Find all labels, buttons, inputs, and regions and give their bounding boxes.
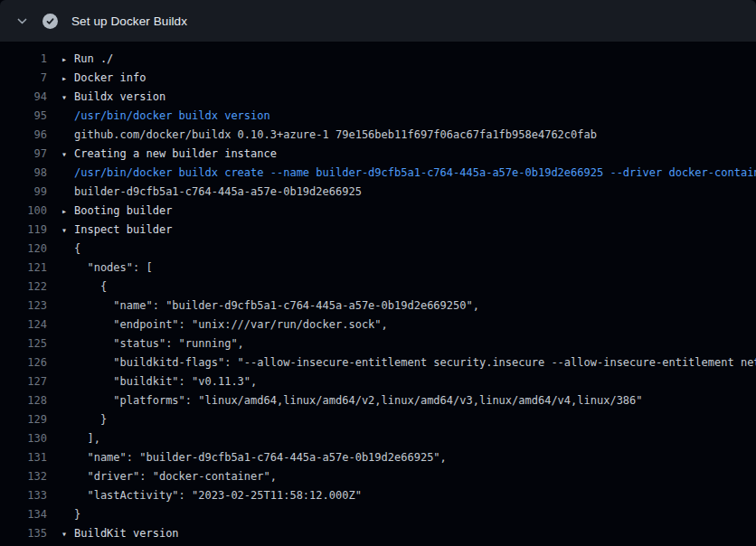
log-line: 124 "endpoint": "unix:///var/run/docker.… (0, 315, 756, 334)
log-line: 134} (0, 505, 756, 524)
line-number[interactable]: 125 (0, 334, 47, 353)
check-circle-icon (43, 14, 58, 29)
line-number[interactable]: 120 (0, 240, 47, 259)
line-number[interactable]: 135 (0, 524, 47, 543)
output-text: "lastActivity": "2023-02-25T11:58:12.000… (61, 486, 362, 505)
line-number[interactable]: 131 (0, 448, 47, 467)
step-title: Set up Docker Buildx (71, 14, 187, 28)
log-line: 96github.com/docker/buildx 0.10.3+azure-… (0, 126, 756, 145)
line-number[interactable]: 119 (0, 221, 47, 240)
triangle-expanded-icon[interactable]: ▾ (61, 221, 74, 240)
output-text: "status": "running", (61, 334, 244, 353)
log-line: 120{ (0, 240, 756, 259)
output-text: builder-d9cfb5a1-c764-445a-a57e-0b19d2e6… (61, 183, 362, 202)
log-output: 1▸Run ./7▸Docker info94▾Buildx version95… (0, 42, 756, 546)
line-number[interactable]: 124 (0, 315, 47, 334)
log-line: 122 { (0, 278, 756, 297)
triangle-expanded-icon[interactable]: ▾ (61, 524, 74, 543)
line-number[interactable]: 96 (0, 126, 47, 145)
output-text: "driver": "docker-container", (61, 467, 277, 486)
line-number[interactable]: 126 (0, 353, 47, 372)
log-line: 126 "buildkitd-flags": "--allow-insecure… (0, 353, 756, 372)
log-line: 127 "buildkit": "v0.11.3", (0, 372, 756, 391)
output-text: "buildkit": "v0.11.3", (61, 372, 257, 391)
log-group-line[interactable]: 1▸Run ./ (0, 50, 756, 69)
triangle-expanded-icon[interactable]: ▾ (61, 145, 74, 164)
log-line: 121 "nodes": [ (0, 259, 756, 278)
line-number[interactable]: 122 (0, 278, 47, 297)
log-line: 99builder-d9cfb5a1-c764-445a-a57e-0b19d2… (0, 183, 756, 202)
output-text: "buildkitd-flags": "--allow-insecure-ent… (61, 353, 756, 372)
output-text: "endpoint": "unix:///var/run/docker.sock… (61, 315, 388, 334)
log-line: 130 ], (0, 429, 756, 448)
line-number[interactable]: 123 (0, 297, 47, 315)
line-number[interactable]: 130 (0, 429, 47, 448)
output-text: github.com/docker/buildx 0.10.3+azure-1 … (61, 126, 597, 145)
log-group-line[interactable]: 135▾BuildKit version (0, 524, 756, 543)
log-group-line[interactable]: 94▾Buildx version (0, 88, 756, 107)
group-title: ▾Buildx version (61, 88, 165, 107)
output-text: { (61, 240, 80, 259)
triangle-collapsed-icon[interactable]: ▸ (61, 202, 74, 221)
log-line: 125 "status": "running", (0, 334, 756, 353)
output-text: "name": "builder-d9cfb5a1-c764-445a-a57e… (61, 297, 479, 315)
log-line: 132 "driver": "docker-container", (0, 467, 756, 486)
log-line: 123 "name": "builder-d9cfb5a1-c764-445a-… (0, 297, 756, 315)
log-line: 131 "name": "builder-d9cfb5a1-c764-445a-… (0, 448, 756, 467)
line-number[interactable]: 121 (0, 259, 47, 278)
line-number[interactable]: 133 (0, 486, 47, 505)
log-group-line[interactable]: 7▸Docker info (0, 69, 756, 88)
log-line: 129 } (0, 410, 756, 429)
line-number[interactable]: 127 (0, 372, 47, 391)
group-title: ▸Booting builder (61, 202, 172, 221)
output-text: ], (61, 429, 100, 448)
triangle-expanded-icon[interactable]: ▾ (61, 88, 74, 107)
line-number[interactable]: 132 (0, 467, 47, 486)
log-line: 95/usr/bin/docker buildx version (0, 107, 756, 126)
command-text: /usr/bin/docker buildx create --name bui… (61, 164, 756, 183)
group-title: ▾Inspect builder (61, 221, 172, 240)
line-number[interactable]: 100 (0, 202, 47, 221)
output-text: "platforms": "linux/amd64,linux/amd64/v2… (61, 391, 643, 410)
line-number[interactable]: 94 (0, 88, 47, 107)
output-text: "name": "builder-d9cfb5a1-c764-445a-a57e… (61, 448, 447, 467)
command-text: /usr/bin/docker buildx version (61, 107, 270, 126)
line-number[interactable]: 129 (0, 410, 47, 429)
line-number[interactable]: 7 (0, 69, 47, 88)
group-title: ▸Run ./ (61, 50, 113, 69)
output-text: { (61, 278, 107, 297)
output-text: "nodes": [ (61, 259, 153, 278)
line-number[interactable]: 134 (0, 505, 47, 524)
triangle-collapsed-icon[interactable]: ▸ (61, 69, 74, 88)
line-number[interactable]: 98 (0, 164, 47, 183)
log-group-line[interactable]: 119▾Inspect builder (0, 221, 756, 240)
group-title: ▾BuildKit version (61, 524, 179, 543)
triangle-collapsed-icon[interactable]: ▸ (61, 50, 74, 69)
log-line: 128 "platforms": "linux/amd64,linux/amd6… (0, 391, 756, 410)
group-title: ▸Docker info (61, 69, 146, 88)
log-group-line[interactable]: 97▾Creating a new builder instance (0, 145, 756, 164)
line-number[interactable]: 128 (0, 391, 47, 410)
line-number[interactable]: 97 (0, 145, 47, 164)
chevron-down-icon[interactable] (14, 14, 29, 28)
output-text: } (61, 410, 107, 429)
line-number[interactable]: 1 (0, 50, 47, 69)
step-header[interactable]: Set up Docker Buildx (0, 0, 756, 42)
output-text: } (61, 505, 80, 524)
log-group-line[interactable]: 100▸Booting builder (0, 202, 756, 221)
line-number[interactable]: 95 (0, 107, 47, 126)
line-number[interactable]: 99 (0, 183, 47, 202)
log-line: 133 "lastActivity": "2023-02-25T11:58:12… (0, 486, 756, 505)
log-line: 98/usr/bin/docker buildx create --name b… (0, 164, 756, 183)
group-title: ▾Creating a new builder instance (61, 145, 277, 164)
